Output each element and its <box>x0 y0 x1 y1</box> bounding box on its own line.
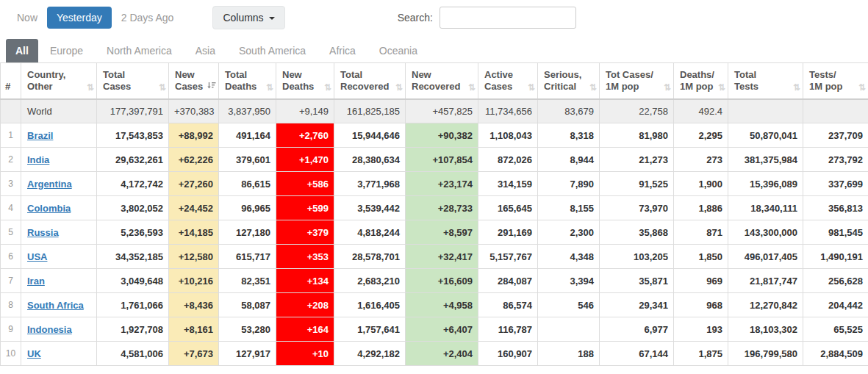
active-cases-cell: 314,159 <box>478 172 538 196</box>
tot-cases-1m-cell: 73,970 <box>600 196 674 220</box>
tab-all[interactable]: All <box>6 39 38 62</box>
new-cases-cell: +24,452 <box>169 196 219 220</box>
tot-cases-1m-cell: 35,868 <box>600 220 674 245</box>
column-header-new-cases[interactable]: New Cases <box>169 63 219 99</box>
serious-critical-cell: 8,944 <box>538 148 600 172</box>
new-recovered-cell: +90,382 <box>406 123 478 148</box>
table-row: 2India29,632,261+62,226379,601+1,47028,3… <box>1 148 868 172</box>
total-deaths-cell: 96,965 <box>219 196 276 220</box>
total-tests-cell: 21,817,747 <box>728 269 803 293</box>
country-cell: World <box>21 99 97 123</box>
total-deaths-cell: 58,087 <box>219 293 276 317</box>
rank-cell: 10 <box>1 342 21 366</box>
country-link[interactable]: USA <box>27 251 47 262</box>
country-link[interactable]: UK <box>27 348 41 359</box>
tab-asia[interactable]: Asia <box>184 39 227 62</box>
time-tab-yesterday[interactable]: Yesterday <box>47 7 112 29</box>
total-deaths-cell: 86,615 <box>219 172 276 196</box>
country-cell: India <box>21 148 97 172</box>
country-link[interactable]: Iran <box>27 276 45 287</box>
tot-cases-1m-cell: 29,341 <box>600 293 674 317</box>
country-link[interactable]: India <box>27 154 49 165</box>
active-cases-cell: 284,087 <box>478 269 538 293</box>
sort-icon: ⇅ <box>858 83 866 92</box>
column-header-serious-critical[interactable]: Serious, Critical⇅ <box>538 63 600 99</box>
tests-1m-cell: 981,545 <box>803 220 868 245</box>
tests-1m-cell: 356,813 <box>803 196 868 220</box>
column-header-tests-1m[interactable]: Tests/ 1M pop⇅ <box>803 63 868 99</box>
column-header-total-cases[interactable]: Total Cases⇅ <box>97 63 169 99</box>
column-label: # <box>5 81 10 92</box>
tests-1m-cell: 256,628 <box>803 269 868 293</box>
table-row: 1Brazil17,543,853+88,992491,164+2,76015,… <box>1 123 868 148</box>
country-link[interactable]: Argentina <box>27 179 72 190</box>
deaths-1m-cell: 193 <box>674 317 728 342</box>
table-row: 8South Africa1,761,066+8,43658,087+2081,… <box>1 293 868 317</box>
country-link[interactable]: Brazil <box>27 130 53 141</box>
time-tab-now[interactable]: Now <box>7 7 47 29</box>
deaths-1m-cell: 1,850 <box>674 245 728 269</box>
column-header-country[interactable]: Country, Other⇅ <box>21 63 97 99</box>
tab-europe[interactable]: Europe <box>38 39 95 62</box>
caret-down-icon <box>269 17 275 20</box>
new-deaths-cell: +2,760 <box>276 123 334 148</box>
column-header-total-recovered[interactable]: Total Recovered⇅ <box>334 63 406 99</box>
column-header-new-deaths[interactable]: New Deaths⇅ <box>276 63 334 99</box>
deaths-1m-cell: 871 <box>674 220 728 245</box>
tests-1m-cell: 237,709 <box>803 123 868 148</box>
sort-icon: ⇅ <box>793 83 800 92</box>
tab-south-america[interactable]: South America <box>227 39 318 62</box>
deaths-1m-cell: 492.4 <box>674 99 728 123</box>
country-link[interactable]: Indonesia <box>27 324 72 335</box>
rank-cell: 7 <box>1 269 21 293</box>
time-tab-2-days-ago[interactable]: 2 Days Ago <box>112 7 184 29</box>
column-header-deaths-1m[interactable]: Deaths/ 1M pop⇅ <box>674 63 728 99</box>
total-deaths-cell: 53,280 <box>219 317 276 342</box>
sort-icon: ⇅ <box>266 83 273 92</box>
column-label: Deaths/ 1M pop <box>680 69 714 92</box>
column-header-new-recovered[interactable]: New Recovered⇅ <box>406 63 478 99</box>
column-header-total-tests[interactable]: Total Tests⇅ <box>728 63 803 99</box>
sort-descending-icon <box>207 81 216 92</box>
total-recovered-cell: 28,380,634 <box>334 148 406 172</box>
total-cases-cell: 17,543,853 <box>97 123 169 148</box>
country-link[interactable]: Russia <box>27 227 59 238</box>
search-label: Search: <box>398 12 433 24</box>
table-row: 7Iran3,049,648+10,21682,351+1342,683,210… <box>1 269 868 293</box>
rank-cell: 1 <box>1 123 21 148</box>
total-recovered-cell: 3,539,442 <box>334 196 406 220</box>
country-link[interactable]: South Africa <box>27 300 84 311</box>
column-header-active-cases[interactable]: Active Cases⇅ <box>478 63 538 99</box>
rank-cell: 8 <box>1 293 21 317</box>
tests-1m-cell: 65,525 <box>803 317 868 342</box>
active-cases-cell: 5,157,767 <box>478 245 538 269</box>
tot-cases-1m-cell: 6,977 <box>600 317 674 342</box>
tests-1m-cell <box>803 99 868 123</box>
rank-cell: 9 <box>1 317 21 342</box>
country-link[interactable]: Colombia <box>27 203 71 214</box>
deaths-1m-cell: 969 <box>674 269 728 293</box>
total-deaths-cell: 491,164 <box>219 123 276 148</box>
country-cell: UK <box>21 342 97 366</box>
table-body: World177,397,791+370,3833,837,950+9,1491… <box>1 99 868 366</box>
new-recovered-cell: +32,417 <box>406 245 478 269</box>
column-label: Country, Other <box>27 69 65 92</box>
new-recovered-cell: +107,854 <box>406 148 478 172</box>
tab-oceania[interactable]: Oceania <box>367 39 429 62</box>
serious-critical-cell: 546 <box>538 293 600 317</box>
column-header-tot-cases-1m[interactable]: Tot Cases/ 1M pop⇅ <box>600 63 674 99</box>
total-deaths-cell: 127,917 <box>219 342 276 366</box>
tab-africa[interactable]: Africa <box>318 39 367 62</box>
tab-north-america[interactable]: North America <box>95 39 184 62</box>
column-header-total-deaths[interactable]: Total Deaths⇅ <box>219 63 276 99</box>
columns-dropdown-button[interactable]: Columns <box>212 6 284 29</box>
table-header: #Country, Other⇅Total Cases⇅New CasesTot… <box>1 63 868 99</box>
sort-icon: ⇅ <box>324 83 331 92</box>
deaths-1m-cell: 2,295 <box>674 123 728 148</box>
covid-stats-table: #Country, Other⇅Total Cases⇅New CasesTot… <box>0 62 868 366</box>
new-deaths-cell: +353 <box>276 245 334 269</box>
column-label: New Recovered <box>412 69 460 92</box>
new-deaths-cell: +1,470 <box>276 148 334 172</box>
search-input[interactable] <box>440 7 576 29</box>
serious-critical-cell: 8,318 <box>538 123 600 148</box>
